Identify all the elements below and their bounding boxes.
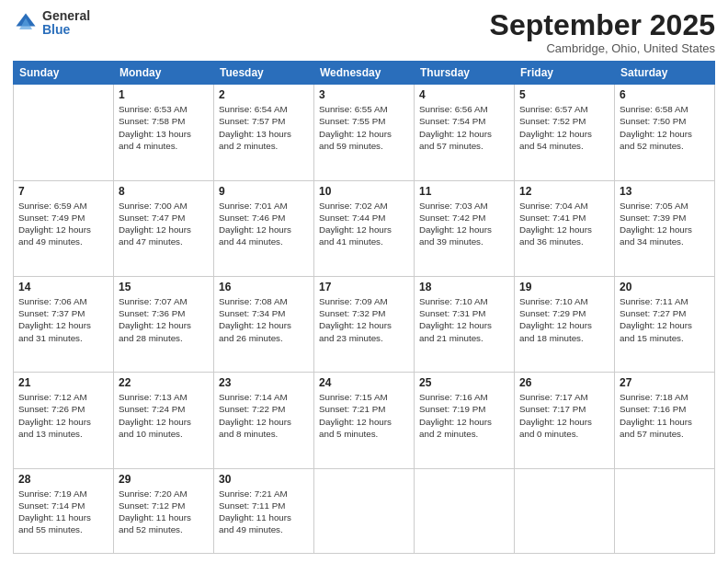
table-row: 28Sunrise: 7:19 AMSunset: 7:14 PMDayligh… <box>14 468 114 554</box>
day-number: 17 <box>319 281 409 293</box>
header-tuesday: Tuesday <box>214 62 314 85</box>
logo: General Blue <box>13 9 90 38</box>
cell-info: Sunrise: 7:14 AMSunset: 7:22 PMDaylight:… <box>219 392 291 439</box>
day-number: 24 <box>319 376 409 389</box>
cell-info: Sunrise: 6:57 AMSunset: 7:52 PMDaylight:… <box>519 104 592 151</box>
day-number: 13 <box>620 185 710 198</box>
cell-info: Sunrise: 7:18 AMSunset: 7:16 PMDaylight:… <box>620 392 692 439</box>
table-row: 22Sunrise: 7:13 AMSunset: 7:24 PMDayligh… <box>114 373 214 468</box>
cell-info: Sunrise: 6:59 AMSunset: 7:49 PMDaylight:… <box>18 201 91 247</box>
table-row: 16Sunrise: 7:08 AMSunset: 7:34 PMDayligh… <box>214 276 314 372</box>
cell-info: Sunrise: 7:04 AMSunset: 7:41 PMDaylight:… <box>519 201 592 247</box>
table-row: 17Sunrise: 7:09 AMSunset: 7:32 PMDayligh… <box>314 276 415 372</box>
cell-info: Sunrise: 6:53 AMSunset: 7:58 PMDaylight:… <box>119 104 191 151</box>
header-thursday: Thursday <box>415 62 515 85</box>
logo-icon <box>13 10 39 36</box>
calendar-table: Sunday Monday Tuesday Wednesday Thursday… <box>13 61 715 554</box>
cell-info: Sunrise: 7:07 AMSunset: 7:36 PMDaylight:… <box>119 296 191 343</box>
day-number: 11 <box>419 185 509 198</box>
header-friday: Friday <box>515 62 615 85</box>
cell-info: Sunrise: 7:12 AMSunset: 7:26 PMDaylight:… <box>18 392 91 439</box>
day-number: 20 <box>620 281 710 293</box>
cell-info: Sunrise: 7:20 AMSunset: 7:12 PMDaylight:… <box>119 488 191 535</box>
day-number: 29 <box>119 473 209 486</box>
table-row: 29Sunrise: 7:20 AMSunset: 7:12 PMDayligh… <box>114 468 214 554</box>
table-row: 13Sunrise: 7:05 AMSunset: 7:39 PMDayligh… <box>615 180 715 276</box>
table-row: 24Sunrise: 7:15 AMSunset: 7:21 PMDayligh… <box>314 373 415 468</box>
table-row: 21Sunrise: 7:12 AMSunset: 7:26 PMDayligh… <box>14 373 114 468</box>
day-number: 22 <box>119 376 209 389</box>
day-number: 10 <box>319 185 409 198</box>
day-number: 18 <box>419 281 509 293</box>
table-row: 15Sunrise: 7:07 AMSunset: 7:36 PMDayligh… <box>114 276 214 372</box>
table-row: 20Sunrise: 7:11 AMSunset: 7:27 PMDayligh… <box>615 276 715 372</box>
day-number: 6 <box>620 88 710 101</box>
day-number: 30 <box>219 473 309 486</box>
day-number: 28 <box>18 473 108 486</box>
table-row <box>515 468 615 554</box>
cell-info: Sunrise: 7:03 AMSunset: 7:42 PMDaylight:… <box>419 201 492 247</box>
cell-info: Sunrise: 6:54 AMSunset: 7:57 PMDaylight:… <box>219 104 291 151</box>
table-row <box>314 468 415 554</box>
table-row: 2Sunrise: 6:54 AMSunset: 7:57 PMDaylight… <box>214 85 314 180</box>
logo-text: General Blue <box>42 9 90 38</box>
day-number: 16 <box>219 281 309 293</box>
cell-info: Sunrise: 6:58 AMSunset: 7:50 PMDaylight:… <box>620 104 692 151</box>
table-row: 3Sunrise: 6:55 AMSunset: 7:55 PMDaylight… <box>314 85 415 180</box>
table-row: 12Sunrise: 7:04 AMSunset: 7:41 PMDayligh… <box>515 180 615 276</box>
table-row: 11Sunrise: 7:03 AMSunset: 7:42 PMDayligh… <box>415 180 515 276</box>
day-number: 2 <box>219 88 309 101</box>
cell-info: Sunrise: 7:15 AMSunset: 7:21 PMDaylight:… <box>319 392 392 439</box>
day-number: 8 <box>119 185 209 198</box>
day-number: 15 <box>119 281 209 293</box>
day-number: 23 <box>219 376 309 389</box>
cell-info: Sunrise: 6:55 AMSunset: 7:55 PMDaylight:… <box>319 104 392 151</box>
day-number: 25 <box>419 376 509 389</box>
cell-info: Sunrise: 7:10 AMSunset: 7:29 PMDaylight:… <box>519 296 592 343</box>
cell-info: Sunrise: 7:16 AMSunset: 7:19 PMDaylight:… <box>419 392 492 439</box>
page-container: General Blue September 2025 Cambridge, O… <box>0 0 728 563</box>
day-number: 3 <box>319 88 409 101</box>
table-row <box>415 468 515 554</box>
cell-info: Sunrise: 7:05 AMSunset: 7:39 PMDaylight:… <box>620 201 692 247</box>
day-number: 19 <box>519 281 609 293</box>
table-row: 18Sunrise: 7:10 AMSunset: 7:31 PMDayligh… <box>415 276 515 372</box>
table-row <box>14 85 114 180</box>
cell-info: Sunrise: 7:01 AMSunset: 7:46 PMDaylight:… <box>219 201 291 247</box>
cell-info: Sunrise: 7:08 AMSunset: 7:34 PMDaylight:… <box>219 296 291 343</box>
cell-info: Sunrise: 7:02 AMSunset: 7:44 PMDaylight:… <box>319 201 392 247</box>
cell-info: Sunrise: 7:09 AMSunset: 7:32 PMDaylight:… <box>319 296 392 343</box>
header-wednesday: Wednesday <box>314 62 415 85</box>
day-number: 5 <box>519 88 609 101</box>
day-number: 26 <box>519 376 609 389</box>
table-row: 27Sunrise: 7:18 AMSunset: 7:16 PMDayligh… <box>615 373 715 468</box>
table-row: 23Sunrise: 7:14 AMSunset: 7:22 PMDayligh… <box>214 373 314 468</box>
cell-info: Sunrise: 7:00 AMSunset: 7:47 PMDaylight:… <box>119 201 191 247</box>
table-row <box>615 468 715 554</box>
cell-info: Sunrise: 7:11 AMSunset: 7:27 PMDaylight:… <box>620 296 692 343</box>
table-row: 26Sunrise: 7:17 AMSunset: 7:17 PMDayligh… <box>515 373 615 468</box>
table-row: 1Sunrise: 6:53 AMSunset: 7:58 PMDaylight… <box>114 85 214 180</box>
table-row: 7Sunrise: 6:59 AMSunset: 7:49 PMDaylight… <box>14 180 114 276</box>
day-number: 7 <box>18 185 108 198</box>
logo-blue: Blue <box>42 23 90 37</box>
title-block: September 2025 Cambridge, Ohio, United S… <box>490 9 715 55</box>
day-number: 14 <box>18 281 108 293</box>
cell-info: Sunrise: 6:56 AMSunset: 7:54 PMDaylight:… <box>419 104 492 151</box>
cell-info: Sunrise: 7:17 AMSunset: 7:17 PMDaylight:… <box>519 392 592 439</box>
cell-info: Sunrise: 7:21 AMSunset: 7:11 PMDaylight:… <box>219 488 291 535</box>
logo-general: General <box>42 9 90 23</box>
table-row: 4Sunrise: 6:56 AMSunset: 7:54 PMDaylight… <box>415 85 515 180</box>
table-row: 30Sunrise: 7:21 AMSunset: 7:11 PMDayligh… <box>214 468 314 554</box>
table-row: 14Sunrise: 7:06 AMSunset: 7:37 PMDayligh… <box>14 276 114 372</box>
month-title: September 2025 <box>490 9 715 41</box>
table-row: 5Sunrise: 6:57 AMSunset: 7:52 PMDaylight… <box>515 85 615 180</box>
header-sunday: Sunday <box>14 62 114 85</box>
day-number: 9 <box>219 185 309 198</box>
day-number: 4 <box>419 88 509 101</box>
day-number: 21 <box>18 376 108 389</box>
table-row: 10Sunrise: 7:02 AMSunset: 7:44 PMDayligh… <box>314 180 415 276</box>
cell-info: Sunrise: 7:13 AMSunset: 7:24 PMDaylight:… <box>119 392 191 439</box>
page-header: General Blue September 2025 Cambridge, O… <box>13 9 715 55</box>
table-row: 19Sunrise: 7:10 AMSunset: 7:29 PMDayligh… <box>515 276 615 372</box>
